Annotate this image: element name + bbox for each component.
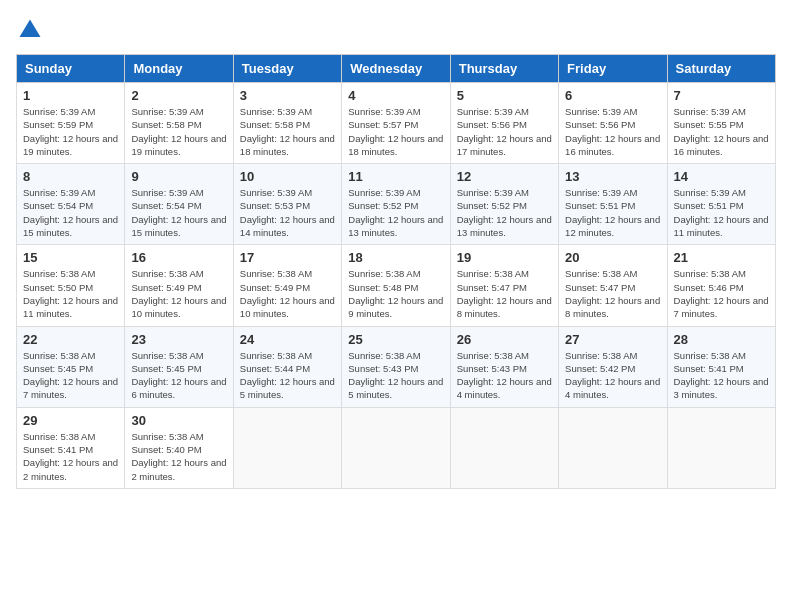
day-23: 23Sunrise: 5:38 AMSunset: 5:45 PMDayligh…	[125, 326, 233, 407]
day-24: 24Sunrise: 5:38 AMSunset: 5:44 PMDayligh…	[233, 326, 341, 407]
header-monday: Monday	[125, 55, 233, 83]
day-10: 10Sunrise: 5:39 AMSunset: 5:53 PMDayligh…	[233, 164, 341, 245]
empty-cell	[667, 407, 775, 488]
day-15: 15Sunrise: 5:38 AMSunset: 5:50 PMDayligh…	[17, 245, 125, 326]
day-13: 13Sunrise: 5:39 AMSunset: 5:51 PMDayligh…	[559, 164, 667, 245]
day-2: 2Sunrise: 5:39 AMSunset: 5:58 PMDaylight…	[125, 83, 233, 164]
day-20: 20Sunrise: 5:38 AMSunset: 5:47 PMDayligh…	[559, 245, 667, 326]
day-27: 27Sunrise: 5:38 AMSunset: 5:42 PMDayligh…	[559, 326, 667, 407]
header-saturday: Saturday	[667, 55, 775, 83]
day-19: 19Sunrise: 5:38 AMSunset: 5:47 PMDayligh…	[450, 245, 558, 326]
day-29: 29Sunrise: 5:38 AMSunset: 5:41 PMDayligh…	[17, 407, 125, 488]
empty-cell	[233, 407, 341, 488]
day-21: 21Sunrise: 5:38 AMSunset: 5:46 PMDayligh…	[667, 245, 775, 326]
day-9: 9Sunrise: 5:39 AMSunset: 5:54 PMDaylight…	[125, 164, 233, 245]
day-3: 3Sunrise: 5:39 AMSunset: 5:58 PMDaylight…	[233, 83, 341, 164]
svg-marker-0	[20, 20, 41, 38]
day-26: 26Sunrise: 5:38 AMSunset: 5:43 PMDayligh…	[450, 326, 558, 407]
day-1: 1Sunrise: 5:39 AMSunset: 5:59 PMDaylight…	[17, 83, 125, 164]
header-tuesday: Tuesday	[233, 55, 341, 83]
day-25: 25Sunrise: 5:38 AMSunset: 5:43 PMDayligh…	[342, 326, 450, 407]
calendar-header-row: SundayMondayTuesdayWednesdayThursdayFrid…	[17, 55, 776, 83]
day-17: 17Sunrise: 5:38 AMSunset: 5:49 PMDayligh…	[233, 245, 341, 326]
day-12: 12Sunrise: 5:39 AMSunset: 5:52 PMDayligh…	[450, 164, 558, 245]
header-thursday: Thursday	[450, 55, 558, 83]
page-header	[16, 16, 776, 44]
day-22: 22Sunrise: 5:38 AMSunset: 5:45 PMDayligh…	[17, 326, 125, 407]
logo-icon	[16, 16, 44, 44]
empty-cell	[559, 407, 667, 488]
logo	[16, 16, 48, 44]
day-14: 14Sunrise: 5:39 AMSunset: 5:51 PMDayligh…	[667, 164, 775, 245]
day-5: 5Sunrise: 5:39 AMSunset: 5:56 PMDaylight…	[450, 83, 558, 164]
day-7: 7Sunrise: 5:39 AMSunset: 5:55 PMDaylight…	[667, 83, 775, 164]
day-6: 6Sunrise: 5:39 AMSunset: 5:56 PMDaylight…	[559, 83, 667, 164]
empty-cell	[342, 407, 450, 488]
header-friday: Friday	[559, 55, 667, 83]
day-16: 16Sunrise: 5:38 AMSunset: 5:49 PMDayligh…	[125, 245, 233, 326]
day-4: 4Sunrise: 5:39 AMSunset: 5:57 PMDaylight…	[342, 83, 450, 164]
day-30: 30Sunrise: 5:38 AMSunset: 5:40 PMDayligh…	[125, 407, 233, 488]
empty-cell	[450, 407, 558, 488]
day-28: 28Sunrise: 5:38 AMSunset: 5:41 PMDayligh…	[667, 326, 775, 407]
header-wednesday: Wednesday	[342, 55, 450, 83]
calendar-table: SundayMondayTuesdayWednesdayThursdayFrid…	[16, 54, 776, 489]
day-18: 18Sunrise: 5:38 AMSunset: 5:48 PMDayligh…	[342, 245, 450, 326]
day-8: 8Sunrise: 5:39 AMSunset: 5:54 PMDaylight…	[17, 164, 125, 245]
day-11: 11Sunrise: 5:39 AMSunset: 5:52 PMDayligh…	[342, 164, 450, 245]
header-sunday: Sunday	[17, 55, 125, 83]
